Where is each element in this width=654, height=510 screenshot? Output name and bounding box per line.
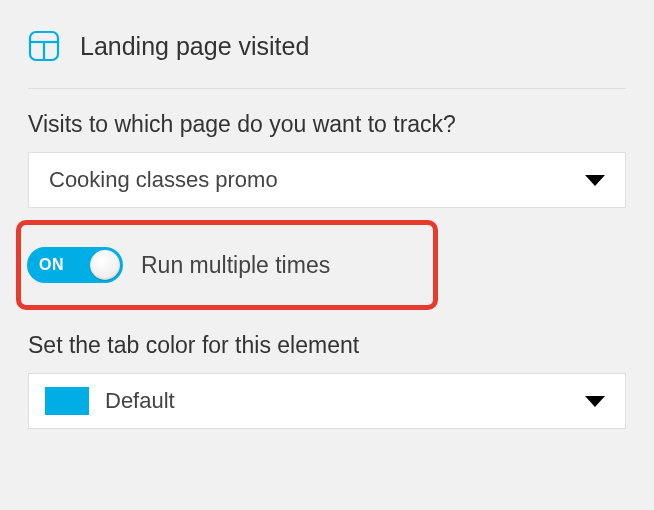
chevron-down-icon — [585, 175, 605, 186]
landing-page-icon — [28, 30, 60, 62]
page-select-value: Cooking classes promo — [49, 167, 278, 193]
track-page-label: Visits to which page do you want to trac… — [28, 111, 626, 138]
tab-color-label: Set the tab color for this element — [28, 332, 626, 359]
run-multiple-row: ON Run multiple times — [27, 247, 423, 283]
tab-color-left: Default — [45, 387, 175, 415]
toggle-knob — [90, 250, 120, 280]
toggle-state-label: ON — [39, 256, 64, 274]
track-page-section: Visits to which page do you want to trac… — [28, 111, 626, 208]
tab-color-select[interactable]: Default — [28, 373, 626, 429]
element-config-panel: Landing page visited Visits to which pag… — [0, 0, 654, 457]
highlight-frame: ON Run multiple times — [16, 220, 438, 310]
run-multiple-label: Run multiple times — [141, 252, 330, 279]
tab-color-value: Default — [105, 388, 175, 414]
chevron-down-icon — [585, 396, 605, 407]
panel-title: Landing page visited — [80, 32, 309, 61]
page-select[interactable]: Cooking classes promo — [28, 152, 626, 208]
color-swatch — [45, 387, 89, 415]
run-multiple-toggle[interactable]: ON — [27, 247, 123, 283]
tab-color-section: Set the tab color for this element Defau… — [28, 332, 626, 429]
panel-header: Landing page visited — [28, 30, 626, 89]
